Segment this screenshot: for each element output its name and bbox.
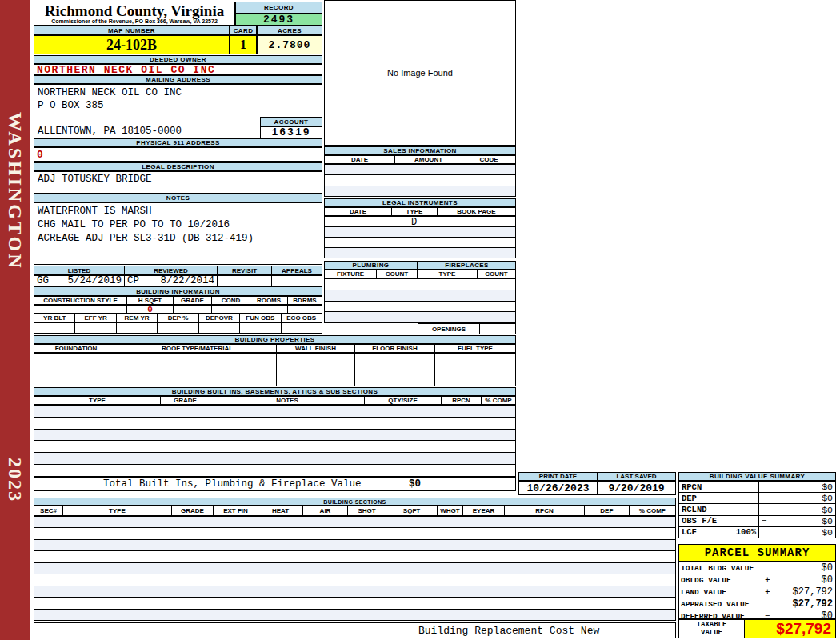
deeded-owner-value: NORTHERN NECK OIL CO INC [34, 64, 322, 75]
hsqft-header: H SQFT [127, 297, 174, 304]
last-saved-header: LAST SAVED [598, 473, 675, 480]
acres-header: ACRES [257, 26, 322, 35]
mailing-line: P O BOX 385 [38, 99, 318, 112]
bvs-value: $0 [822, 516, 835, 526]
acres-value: 2.7800 [257, 35, 322, 54]
grade-header: GRADE [174, 297, 212, 304]
openings-label: OPENINGS [418, 324, 480, 334]
legal-instrument-row [325, 238, 515, 248]
construction-style-value [34, 306, 127, 313]
bs-comp-header: % COMP [630, 506, 675, 515]
physical-911-value: 0 [34, 147, 322, 162]
property-record-card: WASHINGTON 2023 Richmond County, Virgini… [0, 0, 840, 640]
revisit-value [218, 276, 272, 286]
ps-value: $27,792 [793, 598, 835, 610]
review-value-row: GG 5/24/2019 CP 8/22/2014 [34, 275, 322, 286]
mailing-address-header: MAILING ADDRESS [34, 75, 322, 84]
legal-instruments-columns-row: DATE TYPE BOOK PAGE [324, 207, 516, 216]
bvs-op: − [762, 494, 767, 503]
ps-label: TOTAL BLDG VALUE [681, 564, 754, 573]
ps-op: + [765, 575, 770, 585]
reviewed-value: CP 8/22/2014 [125, 276, 218, 286]
built-ins-total-row: Total Built Ins, Plumbing & Fireplace Va… [34, 477, 516, 491]
bi-rpcn-header: RPCN [442, 397, 482, 404]
construction-style-header: CONSTRUCTION STYLE [34, 297, 127, 304]
fireplace-type-header: TYPE [418, 270, 478, 278]
notes-header: NOTES [34, 194, 322, 202]
bvs-label: LCF [682, 527, 697, 537]
building-info-columns-row2: YR BLT EFF YR REM YR DEP % DEPOVR FUN OB… [34, 314, 322, 322]
plumbing-row [325, 279, 418, 290]
legal-instruments-header: LEGAL INSTRUMENTS [324, 198, 516, 207]
reviewed-date: 8/22/2014 [160, 276, 214, 286]
note-line: WATERFRONT IS MARSH [38, 205, 318, 218]
built-ins-header: BUILDING BUILT INS, BASEMENTS, ATTICS & … [34, 387, 516, 396]
building-section-row [34, 574, 675, 586]
tax-year-label: 2023 [4, 458, 26, 502]
built-ins-row [34, 453, 515, 465]
listed-by: GG [37, 276, 49, 286]
openings-value [480, 324, 515, 334]
legal-description-value: ADJ TOTUSKEY BRIDGE [34, 171, 322, 194]
wall-finish-value [277, 354, 355, 386]
bvs-value: $0 [822, 527, 835, 538]
legal-instrument-row: D [325, 217, 515, 227]
bvs-op: − [762, 516, 767, 526]
li-bookpage-header: BOOK PAGE [438, 208, 515, 215]
bs-sec-header: SEC# [34, 506, 63, 515]
roof-type-value [118, 354, 277, 386]
bvs-row-label-cell: DEP [679, 493, 759, 503]
county-title-box: Richmond County, Virginia Commissioner o… [34, 2, 235, 26]
print-date-header: PRINT DATE [519, 473, 598, 480]
bvs-label: RPCN [682, 482, 702, 492]
ps-value: $0 [822, 562, 835, 574]
ecoobs-header: ECO OBS [282, 314, 322, 322]
fireplace-row [418, 290, 515, 302]
fireplace-row [418, 312, 515, 322]
sales-row [325, 175, 515, 186]
bi-comp-header: % COMP [482, 397, 515, 404]
bvs-row-label-cell: LCF 100% [679, 527, 759, 538]
grade-value [174, 306, 212, 313]
cond-value [212, 306, 250, 313]
building-section-row [34, 517, 675, 528]
bs-extfin-header: EXT FIN [214, 506, 258, 515]
building-info-values-row1: 0 [34, 305, 322, 314]
built-ins-row [34, 418, 515, 430]
note-line: CHG MAIL TO PER PO TO TO 10/2016 [38, 218, 318, 232]
yrblt-value [34, 323, 75, 333]
bs-dep-header: DEP [585, 506, 630, 515]
ps-label: LAND VALUE [681, 588, 726, 597]
bdrms-header: BDRMS [288, 297, 322, 304]
deppct-value [158, 323, 198, 333]
ps-row-label-cell: OBLDG VALUE [679, 574, 762, 586]
legal-description-header: LEGAL DESCRIPTION [34, 162, 322, 171]
ps-value: $0 [822, 574, 835, 586]
ps-row-label-cell: LAND VALUE [679, 586, 762, 598]
yrblt-header: YR BLT [34, 314, 75, 322]
listed-value: GG 5/24/2019 [34, 276, 125, 286]
parcel-summary-row: TOTAL BLDG VALUE $0 [679, 562, 835, 574]
print-info-headers: PRINT DATE LAST SAVED [518, 472, 676, 481]
bvs-label: RCLND [682, 505, 707, 514]
plumbing-fireplaces-columns-row: FIXTURE COUNT TYPE COUNT [324, 270, 516, 278]
fuel-type-header: FUEL TYPE [435, 345, 515, 352]
listed-header: LISTED [34, 266, 125, 274]
building-section-row [34, 586, 675, 598]
remyr-value [117, 323, 158, 333]
bs-shgt-header: SHGT [348, 506, 386, 515]
built-ins-row [34, 406, 515, 418]
card-header: CARD [230, 26, 257, 35]
rooms-header: ROOMS [250, 297, 288, 304]
bvs-row-label-cell: RCLND [679, 504, 759, 514]
building-section-row [34, 528, 675, 539]
fireplaces-header: FIREPLACES [418, 261, 516, 270]
appeals-header: APPEALS [272, 266, 322, 274]
bvs-row: RPCN $0 [679, 482, 835, 493]
building-value-summary-header: BUILDING VALUE SUMMARY [678, 472, 836, 481]
legal-instruments-rows: D [324, 216, 516, 258]
bs-air-header: AIR [303, 506, 348, 515]
sales-information-header: SALES INFORMATION [324, 146, 516, 155]
taxable-value-label: TAXABLE VALUE [679, 620, 745, 638]
county-title: Richmond County, Virginia [45, 3, 224, 18]
